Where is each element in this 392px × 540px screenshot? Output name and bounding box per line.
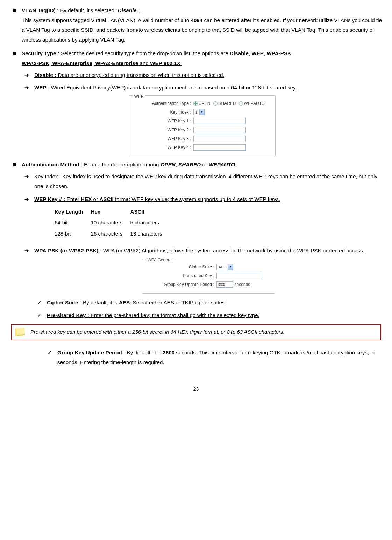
cipher-select[interactable]: AES ▼ [216, 264, 233, 270]
gk-unit: seconds [235, 281, 250, 288]
wep-key1-input[interactable] [193, 118, 246, 124]
arrow-wep: WEP : Wired Equivalent Privacy(WEP) is a… [22, 83, 382, 93]
radio-wepauto[interactable]: WEPAUTO [239, 100, 265, 107]
radio-shared[interactable]: SHARED [213, 100, 236, 107]
security-label: Security Type : [22, 50, 59, 56]
bullet-vlan: VLAN Tag(ID) : By default, it's selected… [10, 6, 382, 45]
arrow-wpapsk: WPA-PSK (or WPA2-PSK) : WPA (or WPA2) Al… [22, 246, 382, 320]
wpa-gk-label: Group Key Update Period : [147, 281, 216, 288]
wep-key3-input[interactable] [193, 136, 246, 142]
wpa-cipher-label: Cipher Suite : [147, 263, 216, 271]
radio-open[interactable]: OPEN [193, 100, 211, 107]
wep-key2-input[interactable] [193, 127, 246, 133]
wpa-panel: WPA General Cipher Suite : AES ▼ Pre-sha… [142, 259, 275, 294]
bullet-auth-method: Authentication Method : Enable the desir… [10, 160, 382, 320]
psk-input[interactable] [216, 273, 262, 279]
arrow-keyindex: Key Index : Key index is used to designa… [22, 172, 382, 191]
chevron-down-icon: ▼ [228, 264, 233, 270]
table-row: 64-bit 10 characters 5 characters [55, 217, 170, 228]
wep-keyidx-label: Key Index : [134, 108, 193, 116]
wep-key4-label: WEP Key 4 : [134, 144, 193, 151]
wpa-legend: WPA General [146, 256, 174, 264]
gk-input[interactable]: 3600 [216, 281, 233, 288]
table-row: 128-bit 26 characters 13 characters [55, 228, 170, 239]
page-number: 23 [10, 385, 382, 394]
top-bullet-list: VLAN Tag(ID) : By default, it's selected… [10, 6, 382, 320]
arrow-disable: Disable : Data are unencrypted during tr… [22, 70, 382, 80]
wep-key4-input[interactable] [193, 144, 246, 151]
note-box: Pre-shared key can be entered with eithe… [11, 324, 381, 340]
wep-legend: WEP [133, 93, 145, 100]
chevron-down-icon: ▼ [199, 109, 204, 115]
bullet-security: Security Type : Select the desired secur… [10, 49, 382, 157]
wep-key-table: Key Length Hex ASCII 64-bit 10 character… [55, 206, 382, 239]
wep-key3-label: WEP Key 3 : [134, 135, 193, 143]
key-index-select[interactable]: 1 ▼ [193, 109, 205, 115]
table-row: Key Length Hex ASCII [55, 206, 170, 217]
check-gkup: Group Key Update Period : By default, it… [45, 348, 382, 367]
note-icon [15, 328, 24, 336]
wpa-psk-label: Pre-shared Key : [147, 272, 216, 280]
arrow-wepkey: WEP Key # : Enter HEX or ASCII format WE… [22, 194, 382, 239]
wep-panel: WEP Authentication Type : OPEN SHARED WE… [129, 95, 276, 156]
note-text: Pre-shared key can be entered with eithe… [30, 327, 285, 337]
vlan-body: This system supports tagged Virtual LAN(… [22, 15, 382, 45]
wep-auth-label: Authentication Type : [134, 100, 193, 107]
check-psk: Pre-shared Key : Enter the pre-shared ke… [34, 310, 382, 320]
wep-key1-label: WEP Key 1 : [134, 117, 193, 125]
vlan-label: VLAN Tag(ID) : [22, 7, 59, 13]
wep-key2-label: WEP Key 2 : [134, 126, 193, 134]
check-cipher: Cipher Suite : By default, it is AES. Se… [34, 298, 382, 308]
